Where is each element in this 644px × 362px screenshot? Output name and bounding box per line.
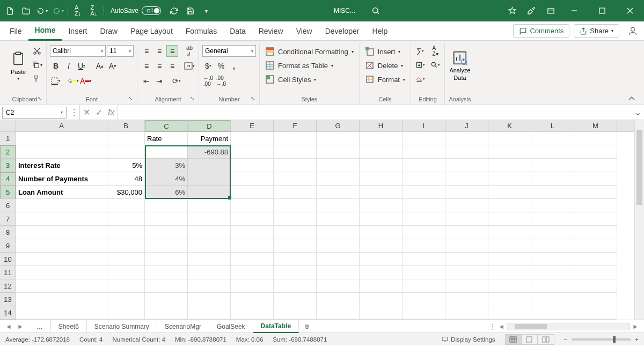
cell-A6[interactable]: [16, 199, 107, 212]
cell-E3[interactable]: [231, 159, 274, 172]
cell-K6[interactable]: [488, 199, 531, 212]
cancel-formula-icon[interactable]: ✕: [83, 107, 90, 117]
select-all-corner[interactable]: [0, 120, 16, 132]
cell-E14[interactable]: [231, 306, 274, 320]
cell-H4[interactable]: [360, 172, 402, 186]
row-header-2[interactable]: 2: [0, 145, 16, 159]
save-icon[interactable]: [182, 3, 197, 18]
zoom-in-icon[interactable]: +: [635, 336, 639, 343]
cell-E9[interactable]: [231, 239, 274, 253]
cell-K5[interactable]: [488, 186, 531, 199]
paste-button[interactable]: Paste▾: [6, 45, 30, 86]
cell-A5[interactable]: Loan Amount: [16, 186, 107, 199]
sort-asc-icon[interactable]: AZ↓: [70, 3, 85, 18]
cell-C10[interactable]: [145, 253, 188, 266]
font-launcher-icon[interactable]: ⤡: [127, 95, 134, 102]
column-header-M[interactable]: M: [574, 120, 617, 131]
cell-D10[interactable]: [188, 253, 231, 266]
format-painter-icon[interactable]: [31, 73, 43, 85]
decrease-font-icon[interactable]: A▾: [107, 60, 119, 72]
column-header-I[interactable]: I: [402, 120, 445, 131]
cell-C1[interactable]: Rate: [145, 132, 188, 145]
redo-icon[interactable]: ▾: [50, 3, 65, 18]
cell-G2[interactable]: [317, 145, 360, 159]
refresh-icon[interactable]: [166, 3, 181, 18]
cell-M10[interactable]: [574, 253, 617, 266]
new-file-icon[interactable]: [2, 3, 17, 18]
cell-C6[interactable]: [145, 199, 188, 212]
column-header-A[interactable]: A: [16, 120, 107, 131]
cell-D5[interactable]: [188, 186, 231, 199]
cell-C13[interactable]: [145, 293, 188, 306]
cell-I1[interactable]: [402, 132, 445, 145]
cell-E2[interactable]: [231, 145, 274, 159]
cell-F3[interactable]: [274, 159, 317, 172]
cell-B11[interactable]: [107, 266, 145, 279]
cell-H1[interactable]: [360, 132, 402, 145]
cell-F7[interactable]: [274, 212, 317, 226]
column-header-K[interactable]: K: [488, 120, 531, 131]
tab-formulas[interactable]: Formulas: [179, 21, 223, 41]
cell-J4[interactable]: [445, 172, 488, 186]
decrease-indent-icon[interactable]: ⇤: [141, 75, 152, 87]
cell-I10[interactable]: [402, 253, 445, 266]
cell-C8[interactable]: [145, 226, 188, 239]
row-header-4[interactable]: 4: [0, 172, 16, 186]
cell-C7[interactable]: [145, 212, 188, 226]
cell-A9[interactable]: [16, 239, 107, 253]
cell-G5[interactable]: [317, 186, 360, 199]
undo-icon[interactable]: ▾: [34, 3, 49, 18]
fill-icon[interactable]: ▾: [414, 59, 426, 71]
cell-M12[interactable]: [574, 279, 617, 293]
underline-icon[interactable]: U▾: [76, 60, 87, 72]
cell-G10[interactable]: [317, 253, 360, 266]
cell-I12[interactable]: [402, 279, 445, 293]
cell-I3[interactable]: [402, 159, 445, 172]
cell-H7[interactable]: [360, 212, 402, 226]
cell-H12[interactable]: [360, 279, 402, 293]
column-header-J[interactable]: J: [445, 120, 488, 131]
clipboard-launcher-icon[interactable]: ⤡: [36, 95, 43, 102]
cell-F13[interactable]: [274, 293, 317, 306]
normal-view-icon[interactable]: [506, 335, 522, 344]
cell-M11[interactable]: [574, 266, 617, 279]
zoom-out-icon[interactable]: −: [564, 336, 568, 343]
cell-F2[interactable]: [274, 145, 317, 159]
cell-M3[interactable]: [574, 159, 617, 172]
formula-input[interactable]: [118, 107, 634, 119]
increase-font-icon[interactable]: A▴: [94, 60, 106, 72]
cell-C3[interactable]: 3%: [145, 159, 188, 172]
cell-H5[interactable]: [360, 186, 402, 199]
font-name-select[interactable]: Calibri▾: [50, 45, 106, 57]
cell-M5[interactable]: [574, 186, 617, 199]
font-size-select[interactable]: 11▾: [107, 45, 134, 57]
cell-L11[interactable]: [531, 266, 574, 279]
row-header-5[interactable]: 5: [0, 186, 16, 199]
comma-icon[interactable]: ,: [228, 60, 240, 72]
cell-H14[interactable]: [360, 306, 402, 320]
cell-B8[interactable]: [107, 226, 145, 239]
horizontal-scrollbar[interactable]: [507, 323, 630, 330]
cell-F12[interactable]: [274, 279, 317, 293]
cell-A1[interactable]: [16, 132, 107, 145]
cell-E11[interactable]: [231, 266, 274, 279]
cell-L14[interactable]: [531, 306, 574, 320]
cell-E8[interactable]: [231, 226, 274, 239]
percent-icon[interactable]: %: [215, 60, 227, 72]
cell-H9[interactable]: [360, 239, 402, 253]
cell-B4[interactable]: 48: [107, 172, 145, 186]
borders-icon[interactable]: ▾: [50, 75, 62, 87]
italic-icon[interactable]: I: [63, 60, 75, 72]
cell-J10[interactable]: [445, 253, 488, 266]
cell-K3[interactable]: [488, 159, 531, 172]
cell-B1[interactable]: [107, 132, 145, 145]
cell-G8[interactable]: [317, 226, 360, 239]
cell-B2[interactable]: [107, 145, 145, 159]
cell-J8[interactable]: [445, 226, 488, 239]
tab-review[interactable]: Review: [252, 21, 290, 41]
cell-B13[interactable]: [107, 293, 145, 306]
cell-M7[interactable]: [574, 212, 617, 226]
row-header-9[interactable]: 9: [0, 239, 16, 253]
tab-file[interactable]: File: [3, 21, 28, 41]
sheet-nav-next-icon[interactable]: ►: [17, 323, 24, 330]
